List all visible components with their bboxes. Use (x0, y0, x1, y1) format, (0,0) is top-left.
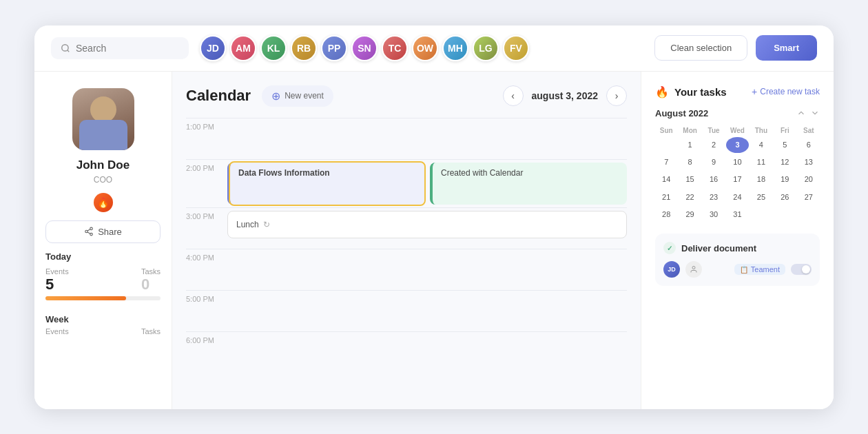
avatar-6[interactable]: SN (351, 35, 378, 61)
mini-cal-day-31[interactable]: 31 (726, 207, 748, 223)
avatar-5[interactable]: PP (321, 35, 347, 61)
events-count: 5 (45, 276, 69, 293)
tag-icon: 📋 (740, 266, 748, 273)
calendar-section: Calendar ⊕ New event ‹ august 3, 2022 › … (172, 72, 641, 409)
mini-cal-day-5[interactable]: 5 (774, 137, 796, 153)
tasks-label: Tasks (141, 267, 161, 276)
mini-cal-day-18[interactable]: 18 (750, 172, 772, 187)
event-data-flows[interactable]: Data Flows Information (227, 163, 424, 205)
avatar-8[interactable]: OW (412, 35, 438, 61)
mini-cal-day-19[interactable]: 19 (774, 172, 796, 187)
time-body-6pm (227, 332, 627, 373)
mini-cal-day-14[interactable]: 14 (655, 172, 677, 187)
top-right-buttons: Clean selection Smart (654, 35, 817, 61)
share-button[interactable]: Share (45, 220, 161, 243)
mini-cal-day-9[interactable]: 9 (703, 154, 725, 170)
mini-cal-day-12[interactable]: 12 (774, 154, 796, 170)
mini-cal-day-13[interactable]: 13 (798, 154, 820, 170)
time-slot-5pm: 5:00 PM (186, 290, 627, 331)
week-stats-row: Events Tasks (45, 327, 161, 335)
avatar-1[interactable]: JD (200, 35, 226, 61)
mini-cal-header: August 2022 (655, 108, 820, 118)
profile-avatar (72, 88, 134, 150)
mini-cal-day-21[interactable]: 21 (655, 189, 677, 205)
stats-section: Today Events 5 Tasks 0 (45, 251, 161, 300)
create-task-label: Create new task (760, 87, 820, 96)
mini-cal-nav (796, 108, 820, 118)
mini-cal-day-22[interactable]: 22 (679, 189, 701, 205)
mini-cal-day-26[interactable]: 26 (774, 189, 796, 205)
prev-month-button[interactable]: ‹ (503, 85, 524, 106)
mini-cal-day-6[interactable]: 6 (798, 137, 820, 153)
mini-cal-prev-button[interactable] (796, 108, 806, 118)
mini-cal-next-button[interactable] (810, 108, 820, 118)
avatar-2[interactable]: AM (230, 35, 256, 61)
mini-cal-day-24[interactable]: 24 (726, 189, 748, 205)
app-container: JD AM KL RB PP SN TC OW MH LG FV Clean s… (34, 25, 834, 409)
task-user-avatar[interactable]: JD (663, 261, 680, 278)
search-input[interactable] (76, 43, 179, 54)
mini-cal-day-16[interactable]: 16 (703, 172, 725, 187)
smart-button[interactable]: Smart (756, 35, 817, 61)
new-event-button[interactable]: ⊕ New event (262, 85, 333, 107)
avatar-11[interactable]: FV (503, 35, 529, 61)
mini-cal-header-sat: Sat (798, 125, 820, 136)
mini-cal-header-tue: Tue (703, 125, 725, 136)
svg-line-1 (68, 50, 70, 52)
svg-line-6 (87, 229, 90, 231)
mini-cal-day-8[interactable]: 8 (679, 154, 701, 170)
svg-point-7 (692, 267, 695, 269)
mini-cal-day-23[interactable]: 23 (703, 189, 725, 205)
event-created-calendar[interactable]: Created with Calendar (430, 163, 627, 205)
event-lunch[interactable]: Lunch ↻ (227, 211, 627, 238)
create-task-button[interactable]: + Create new task (752, 86, 820, 97)
mini-cal-day-1[interactable]: 1 (679, 137, 701, 153)
time-label-1pm: 1:00 PM (186, 118, 227, 159)
avatar-3[interactable]: KL (260, 35, 287, 61)
mini-cal-empty-1 (655, 137, 677, 153)
mini-cal-day-15[interactable]: 15 (679, 172, 701, 187)
avatar-9[interactable]: MH (442, 35, 468, 61)
today-stats-row: Events 5 Tasks 0 (45, 267, 161, 293)
calendar-header: Calendar ⊕ New event ‹ august 3, 2022 › (186, 85, 627, 107)
mini-cal-day-7[interactable]: 7 (655, 154, 677, 170)
mini-calendar: August 2022 Sun Mon Tue We (655, 108, 820, 223)
mini-cal-day-30[interactable]: 30 (703, 207, 725, 223)
mini-cal-day-29[interactable]: 29 (679, 207, 701, 223)
mini-cal-day-10[interactable]: 10 (726, 154, 748, 170)
mini-cal-day-20[interactable]: 20 (798, 172, 820, 187)
chevron-down-icon (810, 108, 820, 118)
mini-cal-day-28[interactable]: 28 (655, 207, 677, 223)
avatar-7[interactable]: TC (382, 35, 408, 61)
search-box[interactable] (51, 37, 189, 59)
avatar-10[interactable]: LG (473, 35, 499, 61)
clean-selection-button[interactable]: Clean selection (654, 35, 747, 61)
time-label-6pm: 6:00 PM (186, 332, 227, 373)
mini-cal-day-4[interactable]: 4 (750, 137, 772, 153)
mini-cal-day-2[interactable]: 2 (703, 137, 725, 153)
mini-cal-day-27[interactable]: 27 (798, 189, 820, 205)
mini-cal-day-17[interactable]: 17 (726, 172, 748, 187)
calendar-title: Calendar (186, 87, 251, 105)
month-label: august 3, 2022 (532, 90, 599, 101)
task-toggle[interactable] (791, 264, 812, 275)
progress-bar-container (45, 296, 161, 300)
event-data-flows-title: Data Flows Information (238, 168, 416, 178)
plus-icon: ⊕ (271, 90, 280, 103)
svg-point-0 (62, 44, 68, 50)
tasks-count: 0 (141, 276, 161, 293)
search-icon (61, 43, 70, 53)
avatar-4[interactable]: RB (291, 35, 317, 61)
time-label-2pm: 2:00 PM (186, 160, 227, 207)
task-assign-icon[interactable] (685, 261, 702, 278)
svg-point-3 (85, 230, 88, 233)
tasks-stat: Tasks 0 (141, 267, 161, 293)
next-month-button[interactable]: › (606, 85, 627, 106)
mini-cal-day-11[interactable]: 11 (750, 154, 772, 170)
mini-cal-day-3[interactable]: 3 (726, 137, 748, 153)
time-label-4pm: 4:00 PM (186, 249, 227, 290)
time-slot-6pm: 6:00 PM (186, 331, 627, 373)
mini-cal-header-sun: Sun (655, 125, 677, 136)
mini-cal-day-25[interactable]: 25 (750, 189, 772, 205)
new-event-label: New event (285, 91, 324, 101)
